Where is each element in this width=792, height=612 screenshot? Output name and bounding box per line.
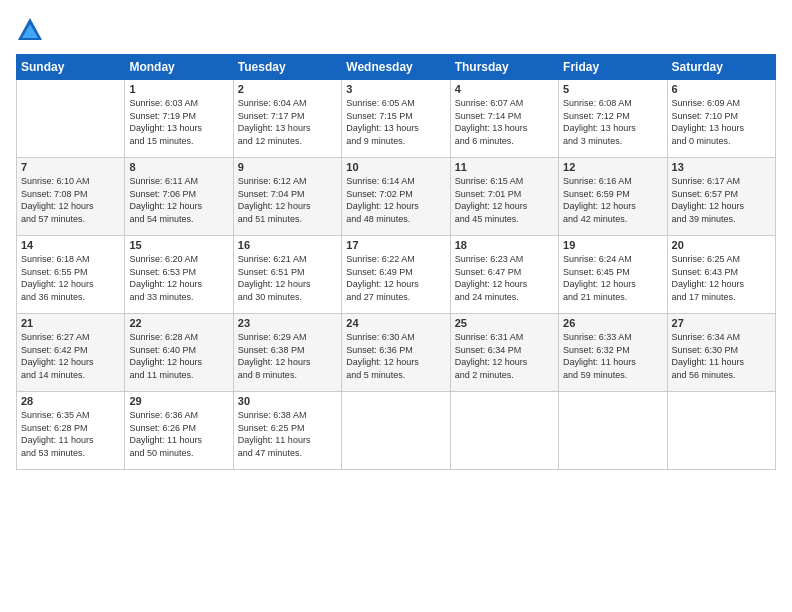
header-cell-thursday: Thursday [450, 55, 558, 80]
day-info: Sunrise: 6:24 AM Sunset: 6:45 PM Dayligh… [563, 253, 662, 303]
header-cell-wednesday: Wednesday [342, 55, 450, 80]
day-number: 17 [346, 239, 445, 251]
day-info: Sunrise: 6:21 AM Sunset: 6:51 PM Dayligh… [238, 253, 337, 303]
day-cell: 1Sunrise: 6:03 AM Sunset: 7:19 PM Daylig… [125, 80, 233, 158]
day-number: 27 [672, 317, 771, 329]
header-cell-friday: Friday [559, 55, 667, 80]
day-cell: 8Sunrise: 6:11 AM Sunset: 7:06 PM Daylig… [125, 158, 233, 236]
day-cell: 21Sunrise: 6:27 AM Sunset: 6:42 PM Dayli… [17, 314, 125, 392]
day-cell: 30Sunrise: 6:38 AM Sunset: 6:25 PM Dayli… [233, 392, 341, 470]
day-number: 22 [129, 317, 228, 329]
day-number: 21 [21, 317, 120, 329]
day-info: Sunrise: 6:34 AM Sunset: 6:30 PM Dayligh… [672, 331, 771, 381]
day-number: 1 [129, 83, 228, 95]
day-cell: 6Sunrise: 6:09 AM Sunset: 7:10 PM Daylig… [667, 80, 775, 158]
header-cell-tuesday: Tuesday [233, 55, 341, 80]
day-info: Sunrise: 6:27 AM Sunset: 6:42 PM Dayligh… [21, 331, 120, 381]
calendar-table: SundayMondayTuesdayWednesdayThursdayFrid… [16, 54, 776, 470]
day-cell: 16Sunrise: 6:21 AM Sunset: 6:51 PM Dayli… [233, 236, 341, 314]
day-cell [559, 392, 667, 470]
day-cell: 14Sunrise: 6:18 AM Sunset: 6:55 PM Dayli… [17, 236, 125, 314]
day-info: Sunrise: 6:15 AM Sunset: 7:01 PM Dayligh… [455, 175, 554, 225]
day-info: Sunrise: 6:31 AM Sunset: 6:34 PM Dayligh… [455, 331, 554, 381]
header-row: SundayMondayTuesdayWednesdayThursdayFrid… [17, 55, 776, 80]
day-number: 7 [21, 161, 120, 173]
header-cell-sunday: Sunday [17, 55, 125, 80]
day-cell: 24Sunrise: 6:30 AM Sunset: 6:36 PM Dayli… [342, 314, 450, 392]
day-cell: 12Sunrise: 6:16 AM Sunset: 6:59 PM Dayli… [559, 158, 667, 236]
day-info: Sunrise: 6:05 AM Sunset: 7:15 PM Dayligh… [346, 97, 445, 147]
day-number: 15 [129, 239, 228, 251]
day-cell: 11Sunrise: 6:15 AM Sunset: 7:01 PM Dayli… [450, 158, 558, 236]
day-number: 11 [455, 161, 554, 173]
calendar-header: SundayMondayTuesdayWednesdayThursdayFrid… [17, 55, 776, 80]
day-info: Sunrise: 6:16 AM Sunset: 6:59 PM Dayligh… [563, 175, 662, 225]
day-number: 18 [455, 239, 554, 251]
week-row-1: 7Sunrise: 6:10 AM Sunset: 7:08 PM Daylig… [17, 158, 776, 236]
day-info: Sunrise: 6:30 AM Sunset: 6:36 PM Dayligh… [346, 331, 445, 381]
day-number: 26 [563, 317, 662, 329]
day-number: 23 [238, 317, 337, 329]
day-info: Sunrise: 6:38 AM Sunset: 6:25 PM Dayligh… [238, 409, 337, 459]
day-info: Sunrise: 6:14 AM Sunset: 7:02 PM Dayligh… [346, 175, 445, 225]
header-cell-monday: Monday [125, 55, 233, 80]
calendar-page: SundayMondayTuesdayWednesdayThursdayFrid… [0, 0, 792, 612]
day-info: Sunrise: 6:10 AM Sunset: 7:08 PM Dayligh… [21, 175, 120, 225]
day-info: Sunrise: 6:11 AM Sunset: 7:06 PM Dayligh… [129, 175, 228, 225]
day-cell: 27Sunrise: 6:34 AM Sunset: 6:30 PM Dayli… [667, 314, 775, 392]
day-cell: 4Sunrise: 6:07 AM Sunset: 7:14 PM Daylig… [450, 80, 558, 158]
day-number: 8 [129, 161, 228, 173]
calendar-body: 1Sunrise: 6:03 AM Sunset: 7:19 PM Daylig… [17, 80, 776, 470]
day-cell [667, 392, 775, 470]
day-cell: 2Sunrise: 6:04 AM Sunset: 7:17 PM Daylig… [233, 80, 341, 158]
day-cell: 29Sunrise: 6:36 AM Sunset: 6:26 PM Dayli… [125, 392, 233, 470]
week-row-2: 14Sunrise: 6:18 AM Sunset: 6:55 PM Dayli… [17, 236, 776, 314]
day-info: Sunrise: 6:25 AM Sunset: 6:43 PM Dayligh… [672, 253, 771, 303]
logo-icon [16, 16, 44, 44]
day-number: 12 [563, 161, 662, 173]
day-cell: 28Sunrise: 6:35 AM Sunset: 6:28 PM Dayli… [17, 392, 125, 470]
day-cell: 26Sunrise: 6:33 AM Sunset: 6:32 PM Dayli… [559, 314, 667, 392]
day-info: Sunrise: 6:23 AM Sunset: 6:47 PM Dayligh… [455, 253, 554, 303]
day-info: Sunrise: 6:17 AM Sunset: 6:57 PM Dayligh… [672, 175, 771, 225]
logo [16, 16, 48, 44]
day-cell: 22Sunrise: 6:28 AM Sunset: 6:40 PM Dayli… [125, 314, 233, 392]
day-cell: 9Sunrise: 6:12 AM Sunset: 7:04 PM Daylig… [233, 158, 341, 236]
day-cell: 5Sunrise: 6:08 AM Sunset: 7:12 PM Daylig… [559, 80, 667, 158]
header [16, 16, 776, 44]
day-info: Sunrise: 6:33 AM Sunset: 6:32 PM Dayligh… [563, 331, 662, 381]
day-cell: 25Sunrise: 6:31 AM Sunset: 6:34 PM Dayli… [450, 314, 558, 392]
day-cell: 7Sunrise: 6:10 AM Sunset: 7:08 PM Daylig… [17, 158, 125, 236]
day-cell: 18Sunrise: 6:23 AM Sunset: 6:47 PM Dayli… [450, 236, 558, 314]
day-number: 30 [238, 395, 337, 407]
day-cell [450, 392, 558, 470]
day-number: 14 [21, 239, 120, 251]
day-cell: 10Sunrise: 6:14 AM Sunset: 7:02 PM Dayli… [342, 158, 450, 236]
day-number: 24 [346, 317, 445, 329]
day-info: Sunrise: 6:07 AM Sunset: 7:14 PM Dayligh… [455, 97, 554, 147]
day-cell: 13Sunrise: 6:17 AM Sunset: 6:57 PM Dayli… [667, 158, 775, 236]
day-cell: 23Sunrise: 6:29 AM Sunset: 6:38 PM Dayli… [233, 314, 341, 392]
day-number: 3 [346, 83, 445, 95]
day-cell: 20Sunrise: 6:25 AM Sunset: 6:43 PM Dayli… [667, 236, 775, 314]
day-info: Sunrise: 6:04 AM Sunset: 7:17 PM Dayligh… [238, 97, 337, 147]
day-info: Sunrise: 6:09 AM Sunset: 7:10 PM Dayligh… [672, 97, 771, 147]
day-number: 19 [563, 239, 662, 251]
day-cell: 19Sunrise: 6:24 AM Sunset: 6:45 PM Dayli… [559, 236, 667, 314]
day-cell: 3Sunrise: 6:05 AM Sunset: 7:15 PM Daylig… [342, 80, 450, 158]
week-row-3: 21Sunrise: 6:27 AM Sunset: 6:42 PM Dayli… [17, 314, 776, 392]
day-number: 6 [672, 83, 771, 95]
week-row-4: 28Sunrise: 6:35 AM Sunset: 6:28 PM Dayli… [17, 392, 776, 470]
day-info: Sunrise: 6:35 AM Sunset: 6:28 PM Dayligh… [21, 409, 120, 459]
day-info: Sunrise: 6:12 AM Sunset: 7:04 PM Dayligh… [238, 175, 337, 225]
day-info: Sunrise: 6:18 AM Sunset: 6:55 PM Dayligh… [21, 253, 120, 303]
day-number: 29 [129, 395, 228, 407]
day-number: 5 [563, 83, 662, 95]
day-number: 4 [455, 83, 554, 95]
day-info: Sunrise: 6:03 AM Sunset: 7:19 PM Dayligh… [129, 97, 228, 147]
day-cell [342, 392, 450, 470]
day-number: 16 [238, 239, 337, 251]
day-info: Sunrise: 6:29 AM Sunset: 6:38 PM Dayligh… [238, 331, 337, 381]
day-number: 28 [21, 395, 120, 407]
header-cell-saturday: Saturday [667, 55, 775, 80]
